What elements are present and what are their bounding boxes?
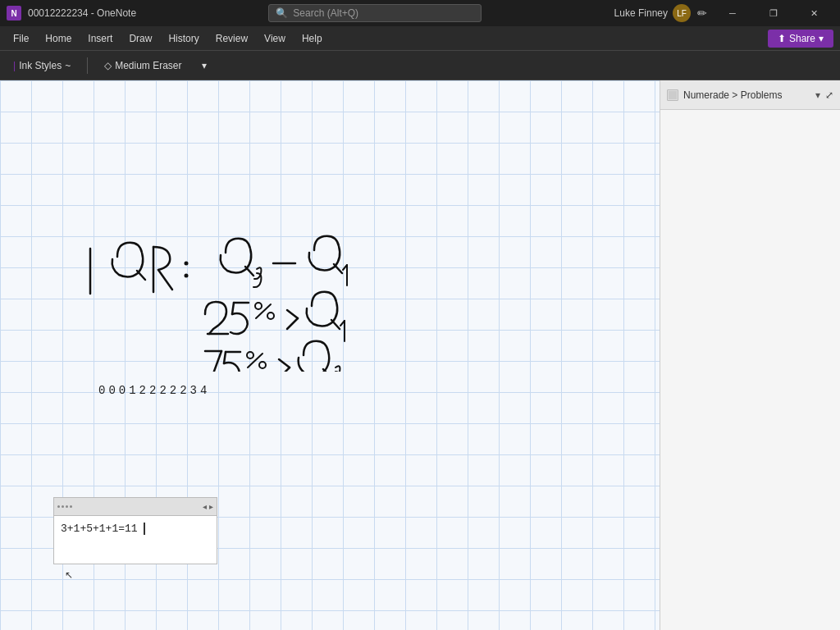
panel-expand-button[interactable]: ▾ bbox=[815, 89, 820, 101]
svg-line-30 bbox=[279, 368, 290, 372]
share-button[interactable]: ⬆ Share ▾ bbox=[768, 30, 833, 48]
formula-nav-arrows[interactable]: ◂ ▸ bbox=[203, 502, 213, 511]
menu-bar: File Home Insert Draw History Review Vie… bbox=[0, 26, 840, 51]
menu-review[interactable]: Review bbox=[209, 30, 254, 48]
chevron-down-icon: ▾ bbox=[202, 60, 207, 71]
content-area: 00012222234 ◂ ▸ 3+1+5+1+1=11 ↖ Numerade … bbox=[0, 80, 840, 630]
svg-point-5 bbox=[185, 274, 189, 278]
svg-line-3 bbox=[158, 270, 172, 290]
avatar: LF bbox=[673, 4, 691, 22]
minimize-button[interactable]: ─ bbox=[714, 0, 751, 26]
search-icon: 🔍 bbox=[276, 7, 288, 19]
dot2 bbox=[62, 505, 64, 508]
svg-line-27 bbox=[248, 354, 262, 368]
svg-point-4 bbox=[185, 262, 189, 266]
app-logo: N bbox=[7, 6, 21, 21]
panel-breadcrumb: Numerade > Problems bbox=[683, 89, 782, 101]
draw-toolbar: | Ink Styles ~ ◇ Medium Eraser ▾ bbox=[0, 51, 840, 80]
svg-line-19 bbox=[331, 320, 340, 329]
numerade-icon bbox=[667, 89, 678, 101]
menu-insert[interactable]: Insert bbox=[81, 30, 119, 48]
menu-file[interactable]: File bbox=[7, 30, 35, 48]
share-label: Share bbox=[789, 33, 815, 44]
dot3 bbox=[66, 505, 68, 508]
svg-line-1 bbox=[137, 271, 145, 280]
panel-fullscreen-icon[interactable]: ⤢ bbox=[825, 89, 833, 101]
svg-point-28 bbox=[259, 362, 266, 368]
svg-line-23 bbox=[212, 351, 221, 372]
menu-home[interactable]: Home bbox=[39, 30, 78, 48]
ink-styles-button[interactable]: | Ink Styles ~ bbox=[7, 57, 77, 75]
dot4 bbox=[70, 505, 72, 508]
svg-line-17 bbox=[287, 310, 298, 318]
handwriting-svg bbox=[45, 142, 472, 372]
svg-line-29 bbox=[279, 359, 290, 368]
svg-point-16 bbox=[267, 313, 274, 319]
chevron-down-icon: ▾ bbox=[815, 89, 820, 101]
cursor-indicator: ↖ bbox=[65, 569, 73, 581]
titlebar-right: Luke Finney LF ✏ ─ ❐ ✕ bbox=[614, 0, 833, 26]
menu-view[interactable]: View bbox=[258, 30, 292, 48]
svg-line-25 bbox=[224, 352, 226, 363]
close-button[interactable]: ✕ bbox=[796, 0, 833, 26]
svg-point-14 bbox=[255, 303, 262, 309]
svg-line-13 bbox=[232, 303, 234, 314]
menu-history[interactable]: History bbox=[162, 30, 205, 48]
share-chevron-icon: ▾ bbox=[819, 33, 824, 44]
svg-line-8 bbox=[334, 264, 342, 273]
user-name: Luke Finney bbox=[614, 7, 668, 19]
ink-styles-label: Ink Styles bbox=[19, 60, 62, 71]
formula-input[interactable]: 3+1+5+1+1=11 bbox=[53, 515, 217, 564]
share-icon: ⬆ bbox=[778, 33, 786, 44]
menu-draw[interactable]: Draw bbox=[122, 30, 158, 48]
right-panel: Numerade > Problems ▾ ⤢ bbox=[660, 80, 840, 630]
ink-styles-chevron-icon: ~ bbox=[65, 60, 71, 71]
dot1 bbox=[57, 505, 60, 508]
ink-styles-icon: | bbox=[13, 60, 16, 71]
eraser-icon: ◇ bbox=[104, 60, 112, 71]
formula-box: ◂ ▸ 3+1+5+1+1=11 bbox=[53, 497, 217, 564]
more-tools-button[interactable]: ▾ bbox=[195, 57, 213, 75]
search-placeholder: Search (Alt+Q) bbox=[293, 7, 358, 19]
svg-line-31 bbox=[323, 369, 331, 372]
svg-point-26 bbox=[247, 352, 253, 358]
text-cursor bbox=[138, 523, 146, 535]
note-canvas[interactable]: 00012222234 ◂ ▸ 3+1+5+1+1=11 ↖ bbox=[0, 80, 660, 630]
title-bar: N 00012222234 - OneNote 🔍 Search (Alt+Q)… bbox=[0, 0, 840, 26]
medium-eraser-label: Medium Eraser bbox=[115, 60, 181, 71]
user-area: Luke Finney LF bbox=[614, 4, 691, 22]
data-row-text: 00012222234 bbox=[98, 384, 210, 397]
maximize-button[interactable]: ❐ bbox=[755, 0, 792, 26]
svg-line-18 bbox=[287, 318, 298, 329]
panel-header: Numerade > Problems ▾ ⤢ bbox=[660, 80, 840, 110]
svg-line-15 bbox=[256, 304, 271, 318]
pen-icon[interactable]: ✏ bbox=[694, 3, 710, 23]
menu-help[interactable]: Help bbox=[295, 30, 329, 48]
titlebar-left: N 00012222234 - OneNote bbox=[7, 6, 136, 21]
panel-content bbox=[660, 110, 840, 630]
window-title: 00012222234 - OneNote bbox=[28, 7, 136, 19]
svg-line-6 bbox=[245, 267, 253, 276]
search-bar[interactable]: 🔍 Search (Alt+Q) bbox=[268, 4, 482, 22]
medium-eraser-button[interactable]: ◇ Medium Eraser bbox=[98, 57, 188, 75]
formula-toolbar: ◂ ▸ bbox=[53, 497, 217, 515]
formula-text: 3+1+5+1+1=11 bbox=[61, 523, 138, 535]
toolbar-separator bbox=[87, 57, 88, 74]
svg-rect-32 bbox=[669, 91, 677, 99]
